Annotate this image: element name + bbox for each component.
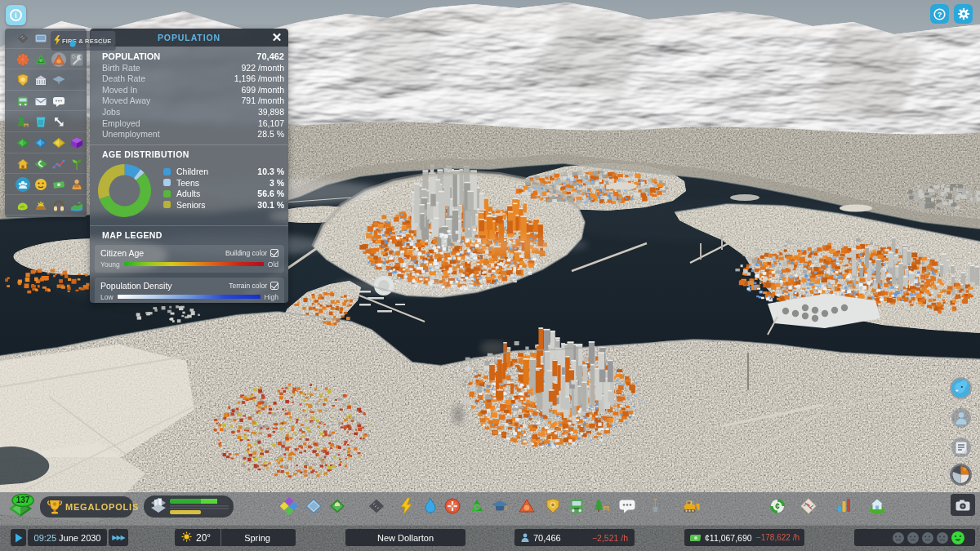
svg-text:137: 137 bbox=[16, 495, 30, 504]
svg-text:¢: ¢ bbox=[775, 502, 780, 511]
svg-text:?: ? bbox=[938, 10, 942, 18]
